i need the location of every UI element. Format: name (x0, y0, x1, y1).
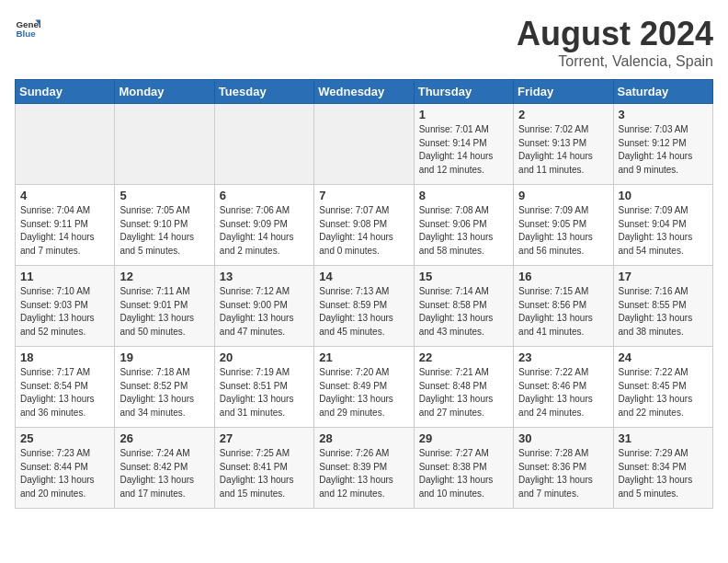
table-row: 27Sunrise: 7:25 AM Sunset: 8:41 PM Dayli… (214, 428, 313, 509)
day-number: 16 (518, 270, 608, 283)
table-row: 31Sunrise: 7:29 AM Sunset: 8:34 PM Dayli… (613, 428, 712, 509)
day-number: 13 (220, 270, 309, 283)
day-info: Sunrise: 7:19 AM Sunset: 8:51 PM Dayligh… (220, 366, 309, 419)
table-row: 26Sunrise: 7:24 AM Sunset: 8:42 PM Dayli… (115, 428, 214, 509)
day-number: 7 (319, 189, 408, 202)
header-wednesday: Wednesday (314, 80, 414, 104)
day-info: Sunrise: 7:18 AM Sunset: 8:52 PM Dayligh… (119, 366, 209, 419)
page-header: General Blue August 2024 Torrent, Valenc… (15, 15, 713, 70)
table-row (115, 104, 214, 185)
table-row: 3Sunrise: 7:03 AM Sunset: 9:12 PM Daylig… (613, 104, 712, 185)
table-row: 20Sunrise: 7:19 AM Sunset: 8:51 PM Dayli… (214, 347, 313, 428)
table-row: 28Sunrise: 7:26 AM Sunset: 8:39 PM Dayli… (314, 428, 414, 509)
day-number: 28 (319, 431, 408, 445)
day-number: 11 (20, 270, 109, 283)
day-number: 9 (518, 189, 608, 202)
day-info: Sunrise: 7:01 AM Sunset: 9:14 PM Dayligh… (419, 123, 508, 177)
table-row: 21Sunrise: 7:20 AM Sunset: 8:49 PM Dayli… (314, 347, 414, 428)
day-info: Sunrise: 7:24 AM Sunset: 8:42 PM Dayligh… (119, 447, 209, 500)
table-row: 19Sunrise: 7:18 AM Sunset: 8:52 PM Dayli… (115, 347, 214, 428)
day-info: Sunrise: 7:23 AM Sunset: 8:44 PM Dayligh… (20, 447, 109, 500)
calendar-table: Sunday Monday Tuesday Wednesday Thursday… (15, 79, 713, 509)
day-number: 10 (619, 189, 708, 202)
table-row: 1Sunrise: 7:01 AM Sunset: 9:14 PM Daylig… (414, 104, 513, 185)
day-number: 4 (20, 189, 109, 202)
day-number: 12 (119, 270, 209, 283)
table-row: 2Sunrise: 7:02 AM Sunset: 9:13 PM Daylig… (514, 104, 613, 185)
table-row: 16Sunrise: 7:15 AM Sunset: 8:56 PM Dayli… (514, 266, 613, 347)
header-saturday: Saturday (613, 80, 712, 104)
day-info: Sunrise: 7:06 AM Sunset: 9:09 PM Dayligh… (220, 204, 309, 258)
day-number: 24 (619, 350, 708, 364)
day-number: 1 (419, 108, 508, 121)
day-number: 25 (20, 431, 109, 445)
day-info: Sunrise: 7:29 AM Sunset: 8:34 PM Dayligh… (619, 447, 708, 500)
day-info: Sunrise: 7:02 AM Sunset: 9:13 PM Dayligh… (518, 123, 608, 177)
table-row: 9Sunrise: 7:09 AM Sunset: 9:05 PM Daylig… (514, 185, 613, 266)
table-row: 8Sunrise: 7:08 AM Sunset: 9:06 PM Daylig… (414, 185, 513, 266)
day-info: Sunrise: 7:22 AM Sunset: 8:45 PM Dayligh… (619, 366, 708, 419)
table-row: 23Sunrise: 7:22 AM Sunset: 8:46 PM Dayli… (514, 347, 613, 428)
calendar-header: Sunday Monday Tuesday Wednesday Thursday… (16, 80, 713, 104)
day-info: Sunrise: 7:25 AM Sunset: 8:41 PM Dayligh… (220, 447, 309, 500)
day-number: 15 (419, 270, 508, 283)
day-number: 18 (20, 350, 109, 364)
table-row: 7Sunrise: 7:07 AM Sunset: 9:08 PM Daylig… (314, 185, 414, 266)
table-row: 13Sunrise: 7:12 AM Sunset: 9:00 PM Dayli… (214, 266, 313, 347)
day-info: Sunrise: 7:16 AM Sunset: 8:55 PM Dayligh… (619, 285, 708, 339)
day-number: 23 (518, 350, 608, 364)
day-info: Sunrise: 7:28 AM Sunset: 8:36 PM Dayligh… (518, 447, 608, 500)
table-row: 6Sunrise: 7:06 AM Sunset: 9:09 PM Daylig… (214, 185, 313, 266)
header-monday: Monday (115, 80, 214, 104)
title-block: August 2024 Torrent, Valencia, Spain (517, 15, 713, 70)
day-info: Sunrise: 7:03 AM Sunset: 9:12 PM Dayligh… (619, 123, 708, 177)
day-info: Sunrise: 7:09 AM Sunset: 9:05 PM Dayligh… (518, 204, 608, 258)
day-number: 22 (419, 350, 508, 364)
day-info: Sunrise: 7:12 AM Sunset: 9:00 PM Dayligh… (220, 285, 309, 339)
day-number: 31 (619, 431, 708, 445)
logo: General Blue (15, 15, 40, 40)
day-number: 5 (119, 189, 209, 202)
table-row: 24Sunrise: 7:22 AM Sunset: 8:45 PM Dayli… (613, 347, 712, 428)
table-row: 22Sunrise: 7:21 AM Sunset: 8:48 PM Dayli… (414, 347, 513, 428)
header-friday: Friday (514, 80, 613, 104)
day-number: 8 (419, 189, 508, 202)
day-info: Sunrise: 7:27 AM Sunset: 8:38 PM Dayligh… (419, 447, 508, 500)
day-info: Sunrise: 7:11 AM Sunset: 9:01 PM Dayligh… (119, 285, 209, 339)
day-info: Sunrise: 7:07 AM Sunset: 9:08 PM Dayligh… (319, 204, 408, 258)
table-row (16, 104, 115, 185)
table-row: 15Sunrise: 7:14 AM Sunset: 8:58 PM Dayli… (414, 266, 513, 347)
day-info: Sunrise: 7:15 AM Sunset: 8:56 PM Dayligh… (518, 285, 608, 339)
day-number: 21 (319, 350, 408, 364)
day-info: Sunrise: 7:14 AM Sunset: 8:58 PM Dayligh… (419, 285, 508, 339)
table-row: 14Sunrise: 7:13 AM Sunset: 8:59 PM Dayli… (314, 266, 414, 347)
day-info: Sunrise: 7:21 AM Sunset: 8:48 PM Dayligh… (419, 366, 508, 419)
table-row: 29Sunrise: 7:27 AM Sunset: 8:38 PM Dayli… (414, 428, 513, 509)
table-row: 12Sunrise: 7:11 AM Sunset: 9:01 PM Dayli… (115, 266, 214, 347)
day-info: Sunrise: 7:09 AM Sunset: 9:04 PM Dayligh… (619, 204, 708, 258)
table-row: 11Sunrise: 7:10 AM Sunset: 9:03 PM Dayli… (16, 266, 115, 347)
day-info: Sunrise: 7:22 AM Sunset: 8:46 PM Dayligh… (518, 366, 608, 419)
day-info: Sunrise: 7:13 AM Sunset: 8:59 PM Dayligh… (319, 285, 408, 339)
day-info: Sunrise: 7:05 AM Sunset: 9:10 PM Dayligh… (119, 204, 209, 258)
day-info: Sunrise: 7:20 AM Sunset: 8:49 PM Dayligh… (319, 366, 408, 419)
day-info: Sunrise: 7:04 AM Sunset: 9:11 PM Dayligh… (20, 204, 109, 258)
day-info: Sunrise: 7:10 AM Sunset: 9:03 PM Dayligh… (20, 285, 109, 339)
day-number: 2 (518, 108, 608, 121)
table-row: 17Sunrise: 7:16 AM Sunset: 8:55 PM Dayli… (613, 266, 712, 347)
table-row: 30Sunrise: 7:28 AM Sunset: 8:36 PM Dayli… (514, 428, 613, 509)
table-row: 18Sunrise: 7:17 AM Sunset: 8:54 PM Dayli… (16, 347, 115, 428)
svg-text:Blue: Blue (16, 29, 36, 39)
header-tuesday: Tuesday (214, 80, 313, 104)
day-number: 6 (220, 189, 309, 202)
table-row: 10Sunrise: 7:09 AM Sunset: 9:04 PM Dayli… (613, 185, 712, 266)
day-number: 29 (419, 431, 508, 445)
table-row (314, 104, 414, 185)
table-row: 25Sunrise: 7:23 AM Sunset: 8:44 PM Dayli… (16, 428, 115, 509)
title-location: Torrent, Valencia, Spain (517, 53, 713, 70)
day-number: 26 (119, 431, 209, 445)
header-thursday: Thursday (414, 80, 513, 104)
day-number: 3 (619, 108, 708, 121)
logo-icon: General Blue (15, 15, 40, 40)
table-row (214, 104, 313, 185)
